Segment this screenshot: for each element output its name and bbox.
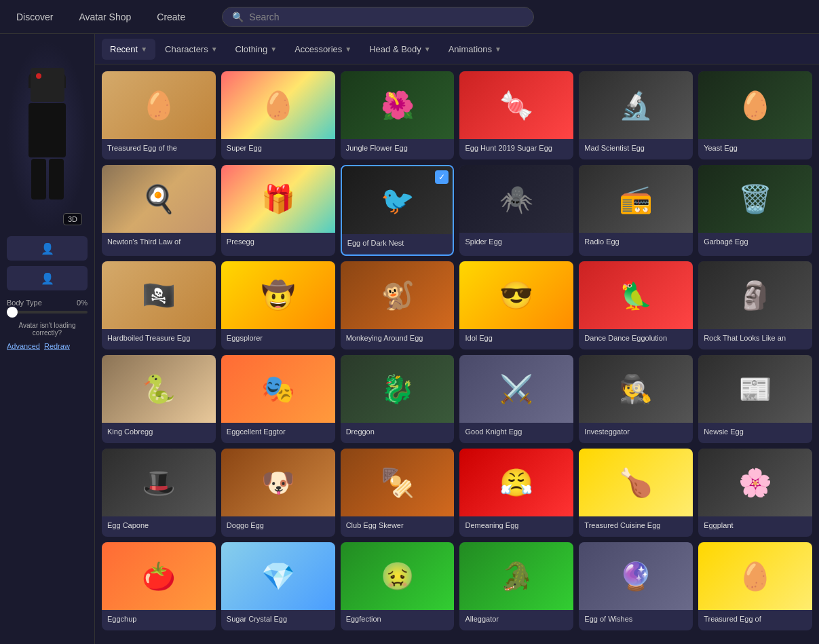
avatar-error-msg: Avatar isn't loading correctly?	[7, 322, 88, 337]
right-content: Recent ▼ Characters ▼ Clothing ▼ Accesso…	[95, 34, 819, 644]
item-card[interactable]: 😎Idol Egg	[459, 261, 573, 349]
tab-recent-label: Recent	[110, 44, 138, 54]
item-card[interactable]: 🍗Treasured Cuisine Egg	[579, 449, 693, 537]
search-input[interactable]	[249, 12, 524, 22]
item-card[interactable]: 🔬Mad Scientist Egg	[579, 71, 693, 159]
item-card[interactable]: 🕷️Spider Egg	[459, 165, 573, 256]
avatar-outfit-thumb-2[interactable]: 👤	[7, 266, 88, 290]
three-d-badge[interactable]: 3D	[63, 213, 82, 225]
tab-animations[interactable]: Animations ▼	[440, 39, 510, 60]
item-card[interactable]: 🐉Dreggon	[341, 355, 455, 443]
item-image: 🥚	[698, 542, 812, 610]
item-name: Jungle Flower Egg	[341, 139, 455, 159]
item-name: Investeggator	[579, 423, 693, 443]
item-name: Dance Dance Eggolution	[579, 329, 693, 349]
item-card[interactable]: 😤Demeaning Egg	[459, 449, 573, 537]
redraw-link[interactable]: Redraw	[44, 342, 70, 350]
item-name: Treasured Egg of the	[102, 139, 216, 159]
item-image: 🎩	[102, 449, 216, 516]
item-card[interactable]: 🌺Jungle Flower Egg	[341, 71, 455, 159]
item-name: Monkeying Around Egg	[341, 329, 455, 349]
item-card[interactable]: 🍅Eggchup	[102, 542, 216, 630]
item-card[interactable]: 🎁Presegg	[221, 165, 335, 256]
tab-clothing[interactable]: Clothing ▼	[227, 39, 286, 60]
item-name: Dreggon	[341, 423, 455, 443]
tab-characters-label: Characters	[165, 44, 208, 54]
item-image: 🐒	[341, 261, 455, 329]
item-card[interactable]: 🌸Eggplant	[698, 449, 812, 537]
item-card[interactable]: 🏴‍☠️Hardboiled Treasure Egg	[102, 261, 216, 349]
item-image: 🐊	[459, 542, 573, 610]
item-name: Idol Egg	[459, 329, 573, 349]
item-card[interactable]: 🗑️Garbagé Egg	[698, 165, 812, 256]
item-card[interactable]: 🦜Dance Dance Eggolution	[579, 261, 693, 349]
tab-animations-label: Animations	[449, 44, 492, 54]
item-card[interactable]: 🐒Monkeying Around Egg	[341, 261, 455, 349]
body-type-slider-thumb[interactable]	[7, 307, 18, 318]
item-name: Yeast Egg	[698, 139, 812, 159]
item-image: 🎭	[221, 355, 335, 423]
item-card[interactable]: 🥚Treasured Egg of	[698, 542, 812, 630]
tab-accessories[interactable]: Accessories ▼	[286, 39, 360, 60]
chevron-down-icon: ▼	[211, 45, 218, 53]
item-card[interactable]: 🐊Alleggator	[459, 542, 573, 630]
nav-discover[interactable]: Discover	[14, 6, 56, 28]
body-type-label: Body Type 0%	[7, 299, 88, 307]
item-card[interactable]: 📻Radio Egg	[579, 165, 693, 256]
item-card[interactable]: 🔮Egg of Wishes	[579, 542, 693, 630]
item-card[interactable]: 🤠Eggsplorer	[221, 261, 335, 349]
item-card[interactable]: ⚔️Good Knight Egg	[459, 355, 573, 443]
item-card[interactable]: 🎩Egg Capone	[102, 449, 216, 537]
item-image: 🥚	[698, 71, 812, 139]
body-type-slider-track	[7, 311, 88, 314]
item-card[interactable]: 🍳Newton's Third Law of	[102, 165, 216, 256]
search-bar[interactable]: 🔍	[222, 7, 534, 27]
avatar-body	[28, 103, 66, 157]
advanced-link[interactable]: Advanced	[7, 342, 40, 350]
item-image: 🐉	[341, 355, 455, 423]
chevron-down-icon: ▼	[424, 45, 431, 53]
item-card[interactable]: 🗿Rock That Looks Like an	[698, 261, 812, 349]
item-card[interactable]: 🐦✓Egg of Dark Nest	[341, 165, 455, 256]
item-name: King Cobregg	[102, 423, 216, 443]
item-card[interactable]: 🎭Eggcellent Eggtor	[221, 355, 335, 443]
item-image: 🥚	[102, 71, 216, 139]
tab-characters[interactable]: Characters ▼	[157, 39, 225, 60]
avatar-outfit-thumb-1[interactable]: 👤	[7, 236, 88, 261]
item-card[interactable]: 🥚Super Egg	[221, 71, 335, 159]
avatar-head	[31, 68, 64, 102]
item-image: 🦜	[579, 261, 693, 329]
item-name: Garbagé Egg	[698, 233, 812, 253]
item-name: Treasured Egg of	[698, 610, 812, 630]
tab-head-body-label: Head & Body	[369, 44, 421, 54]
item-name: Alleggator	[459, 610, 573, 630]
item-card[interactable]: 🕵️Investeggator	[579, 355, 693, 443]
item-name: Super Egg	[221, 139, 335, 159]
item-name: Eggchup	[102, 610, 216, 630]
items-grid: 🥚Treasured Egg of the🥚Super Egg🌺Jungle F…	[102, 71, 812, 630]
avatar-legs	[31, 159, 64, 200]
avatar-leg-right	[49, 159, 64, 200]
item-card[interactable]: 🐍King Cobregg	[102, 355, 216, 443]
item-name: Mad Scientist Egg	[579, 139, 693, 159]
item-image: 🍢	[341, 449, 455, 516]
tab-recent[interactable]: Recent ▼	[102, 39, 155, 60]
item-image: 🕵️	[579, 355, 693, 423]
item-card[interactable]: 🥚Treasured Egg of the	[102, 71, 216, 159]
item-card[interactable]: 🍬Egg Hunt 2019 Sugar Egg	[459, 71, 573, 159]
item-image: 🍅	[102, 542, 216, 610]
avatar-leg-left	[31, 159, 46, 200]
item-card[interactable]: 💎Sugar Crystal Egg	[221, 542, 335, 630]
tab-head-body[interactable]: Head & Body ▼	[361, 39, 439, 60]
item-image: 🤢	[341, 542, 455, 610]
item-card[interactable]: 🤢Eggfection	[341, 542, 455, 630]
item-selected-check: ✓	[435, 170, 449, 184]
nav-create[interactable]: Create	[154, 6, 188, 28]
body-type-section: Body Type 0%	[7, 296, 88, 316]
item-card[interactable]: 🥚Yeast Egg	[698, 71, 812, 159]
nav-avatar-shop[interactable]: Avatar Shop	[76, 6, 134, 28]
item-image: ⚔️	[459, 355, 573, 423]
item-card[interactable]: 📰Newsie Egg	[698, 355, 812, 443]
item-card[interactable]: 🍢Club Egg Skewer	[341, 449, 455, 537]
item-card[interactable]: 🐶Doggo Egg	[221, 449, 335, 537]
